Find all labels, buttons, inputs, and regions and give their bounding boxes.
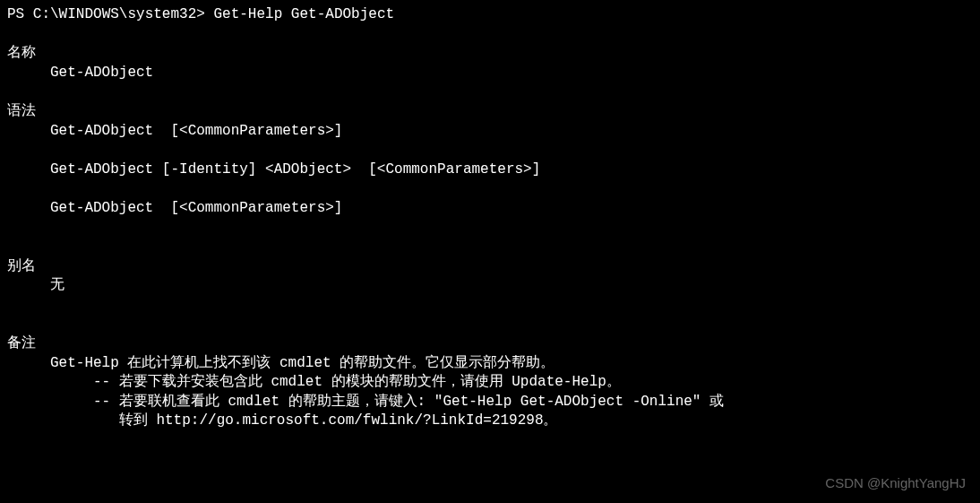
blank-line [7, 296, 973, 316]
syntax-line: Get-ADObject [-Identity] <ADObject> [<Co… [7, 160, 973, 180]
prompt-prefix: PS [7, 6, 33, 22]
prompt-line[interactable]: PS C:\WINDOWS\system32> Get-Help Get-ADO… [7, 5, 973, 25]
remarks-line: -- 若要下载并安装包含此 cmdlet 的模块的帮助文件，请使用 Update… [7, 373, 973, 393]
section-name-header: 名称 [7, 44, 973, 64]
section-syntax-header: 语法 [7, 102, 973, 122]
section-aliases-header: 别名 [7, 257, 973, 277]
section-remarks-header: 备注 [7, 334, 973, 354]
blank-line [7, 82, 973, 102]
blank-line [7, 316, 973, 335]
blank-line [7, 141, 973, 160]
remarks-line: 转到 http://go.microsoft.com/fwlink/?LinkI… [7, 412, 973, 431]
blank-line [7, 179, 973, 199]
section-aliases-value: 无 [7, 276, 973, 296]
blank-line [7, 219, 973, 238]
remarks-line: -- 若要联机查看此 cmdlet 的帮助主题，请键入: "Get-Help G… [7, 393, 973, 412]
section-name-value: Get-ADObject [7, 64, 973, 83]
watermark-text: CSDN @KnightYangHJ [825, 474, 966, 492]
remarks-line: Get-Help 在此计算机上找不到该 cmdlet 的帮助文件。它仅显示部分帮… [7, 354, 973, 374]
syntax-line: Get-ADObject [<CommonParameters>] [7, 122, 973, 142]
prompt-separator: > [196, 6, 213, 22]
command-input: Get-Help Get-ADObject [213, 6, 394, 22]
blank-line [7, 238, 973, 257]
blank-line [7, 25, 973, 45]
prompt-path: C:\WINDOWS\system32 [33, 6, 196, 22]
syntax-line: Get-ADObject [<CommonParameters>] [7, 199, 973, 219]
